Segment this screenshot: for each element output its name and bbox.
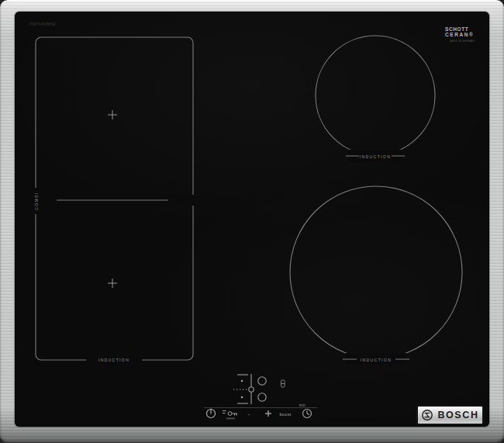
zone-select-left-front-dot[interactable] xyxy=(241,396,243,399)
schott-line1: SCHOTT xyxy=(445,26,485,32)
key-lock-icon[interactable] xyxy=(223,411,237,416)
combi-label: COMBI xyxy=(34,192,39,209)
plus-button[interactable] xyxy=(265,410,271,417)
zone-select-right-rear-circle[interactable] xyxy=(258,377,266,385)
top-right-induction-label: INDUCTION xyxy=(360,154,391,159)
model-number: PWP64RBB6E xyxy=(29,22,56,26)
schott-line2: CERAN® xyxy=(445,32,485,37)
zone-selector[interactable] xyxy=(233,374,266,404)
zone-left-front-outline xyxy=(36,199,193,360)
minus-button[interactable]: − xyxy=(247,412,250,417)
power-icon[interactable] xyxy=(207,409,216,418)
pan-indicator-icon xyxy=(281,380,285,387)
bosch-logo-icon xyxy=(421,409,433,421)
zone-select-right-front-circle[interactable] xyxy=(258,393,266,401)
zone-right-front-outline xyxy=(290,186,462,358)
bosch-badge: BOSCH xyxy=(416,405,484,425)
schott-subtext: MADE IN GERMANY xyxy=(450,40,485,43)
zone-right-rear-outline xyxy=(316,36,435,155)
boost-button[interactable]: boost xyxy=(279,412,291,417)
timer-unit-label: min xyxy=(299,403,306,407)
timer-clock-icon[interactable] xyxy=(303,410,312,418)
zone-select-center-marker[interactable] xyxy=(249,387,254,392)
bosch-wordmark: BOSCH xyxy=(437,410,478,421)
schott-ceran-logo: SCHOTT CERAN® MADE IN GERMANY xyxy=(445,26,485,43)
lock-hold-hint xyxy=(226,418,235,420)
left-induction-label: INDUCTION xyxy=(98,358,129,362)
minus-label[interactable]: − xyxy=(247,412,250,417)
cooktop-markings: COMBI INDUCTION INDUCTION INDUCTION xyxy=(0,0,504,443)
zone-left-rear-outline xyxy=(36,37,193,201)
zone-select-left-rear-dot[interactable] xyxy=(241,380,243,382)
bottom-right-induction-label: INDUCTION xyxy=(361,358,392,362)
